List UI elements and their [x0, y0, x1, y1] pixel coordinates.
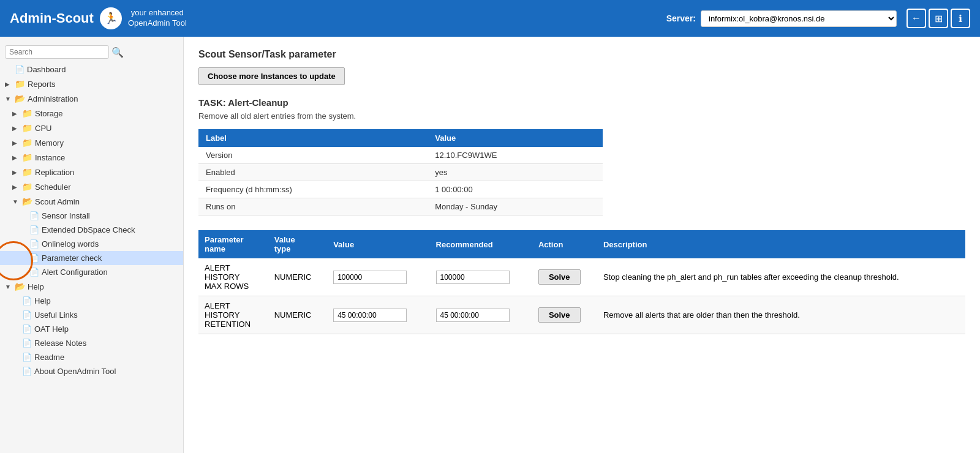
sidebar-item-label: Useful Links [34, 310, 78, 320]
search-button[interactable]: 🔍 [111, 47, 124, 58]
sidebar-item-storage[interactable]: ▶ 📁 Storage [0, 106, 183, 121]
sidebar-item-onlinelog-words[interactable]: 📄 Onlinelog words [0, 237, 183, 251]
sidebar-item-cpu[interactable]: ▶ 📁 CPU [0, 121, 183, 135]
sidebar-item-sensor-install[interactable]: 📄 Sensor Install [0, 209, 183, 223]
param-action-cell: Solve [532, 258, 597, 296]
arrow-spacer [20, 226, 27, 233]
param-description: Stop cleaning the ph_alert and ph_run ta… [597, 258, 965, 296]
page-title: Scout Sensor/Task parameter [198, 49, 965, 60]
folder-icon: 📂 [15, 94, 25, 103]
info-col-label: Label [198, 129, 428, 147]
sidebar-item-label: Storage [35, 109, 63, 118]
sidebar-item-extended-dbspace[interactable]: 📄 Extended DbSpace Check [0, 223, 183, 237]
sidebar-item-label: Extended DbSpace Check [42, 225, 135, 234]
main-content: Scout Sensor/Task parameter Choose more … [184, 37, 980, 453]
arrow-spacer [12, 368, 20, 375]
choose-instances-button[interactable]: Choose more Instances to update [198, 67, 345, 85]
table-row: ALERTHISTORYRETENTION NUMERIC Solve Remo… [198, 296, 965, 334]
sidebar-item-reports[interactable]: ▶ 📁 Reports [0, 77, 183, 91]
folder-icon: 📁 [22, 182, 32, 192]
back-button[interactable]: ← [907, 9, 926, 28]
solve-button[interactable]: Solve [538, 307, 581, 323]
param-col-recommended: Recommended [430, 230, 532, 258]
doc-icon: 📄 [22, 310, 32, 320]
sidebar-item-administration[interactable]: ▼ 📂 Administration [0, 91, 183, 106]
layout: 🔍 📄 Dashboard ▶ 📁 Reports ▼ 📂 Administra… [0, 37, 980, 453]
arrow-spacer [12, 340, 20, 346]
arrow-spacer [5, 66, 12, 73]
info-label: Enabled [198, 164, 428, 181]
sidebar-item-help[interactable]: 📄 Help [0, 294, 183, 308]
arrow-spacer [12, 298, 20, 304]
sidebar-item-instance[interactable]: ▶ 📁 Instance [0, 150, 183, 165]
sidebar-item-release-notes[interactable]: 📄 Release Notes [0, 336, 183, 350]
param-value-input[interactable] [333, 271, 407, 284]
arrow-spacer [20, 269, 27, 275]
arrow-spacer [12, 326, 20, 332]
sidebar-item-scout-admin[interactable]: ▼ 📂 Scout Admin [0, 194, 183, 209]
sidebar-item-help-group[interactable]: ▼ 📂 Help [0, 279, 183, 294]
sidebar-item-label: Help [34, 296, 51, 305]
sidebar-item-label: Sensor Install [42, 211, 90, 220]
sidebar-item-about[interactable]: 📄 About OpenAdmin Tool [0, 364, 183, 378]
table-row: ALERTHISTORYMAX ROWS NUMERIC Solve Stop … [198, 258, 965, 296]
arrow-icon: ▼ [5, 95, 12, 102]
folder-icon: 📂 [22, 197, 32, 206]
sidebar-item-label: Administration [28, 94, 78, 103]
logo-figure: 🏃 [100, 7, 122, 29]
param-col-type: Valuetype [268, 230, 327, 258]
screen-button[interactable]: ⊞ [929, 9, 948, 28]
arrow-icon: ▶ [12, 110, 20, 117]
doc-icon: 📄 [15, 65, 24, 74]
server-label: Server: [666, 13, 696, 23]
solve-button[interactable]: Solve [538, 269, 581, 285]
arrow-icon: ▶ [12, 154, 20, 161]
sidebar-item-scheduler[interactable]: ▶ 📁 Scheduler [0, 179, 183, 194]
param-recommended-input[interactable] [436, 271, 510, 284]
arrow-spacer [20, 255, 27, 261]
sidebar-item-alert-configuration[interactable]: 📄 Alert Configuration [0, 265, 183, 279]
sidebar-item-oat-help[interactable]: 📄 OAT Help [0, 322, 183, 336]
sidebar-item-label: Parameter check [42, 253, 102, 263]
sidebar-item-label: Scheduler [35, 182, 71, 192]
param-recommended-input[interactable] [436, 309, 510, 322]
param-col-description: Description [597, 230, 965, 258]
search-area: 🔍 [0, 42, 183, 62]
arrow-icon: ▶ [12, 125, 20, 132]
folder-icon: 📁 [22, 108, 32, 118]
server-select[interactable]: informix:ol_kobra@kronos.nsi.de [701, 10, 897, 27]
sidebar-item-replication[interactable]: ▶ 📁 Replication [0, 165, 183, 179]
sidebar-item-label: Scout Admin [35, 197, 80, 206]
param-recommended-cell [430, 296, 532, 334]
doc-icon: 📄 [29, 225, 39, 234]
info-value: 12.10.FC9W1WE [428, 147, 603, 164]
doc-icon: 📄 [29, 211, 39, 220]
arrow-icon: ▼ [12, 198, 20, 205]
info-label: Frequency (d hh:mm:ss) [198, 181, 428, 198]
table-row: Frequency (d hh:mm:ss) 1 00:00:00 [198, 181, 603, 198]
sidebar-item-parameter-check[interactable]: 📄 Parameter check [0, 251, 183, 265]
param-value-input[interactable] [333, 309, 407, 322]
table-row: Enabled yes [198, 164, 603, 181]
sidebar-item-label: Readme [34, 353, 64, 362]
folder-icon: 📁 [22, 167, 32, 177]
sidebar-item-readme[interactable]: 📄 Readme [0, 350, 183, 364]
folder-icon: 📂 [15, 282, 25, 291]
folder-icon: 📁 [22, 138, 32, 148]
param-type: NUMERIC [268, 296, 327, 334]
doc-icon: 📄 [29, 268, 39, 277]
search-input[interactable] [5, 45, 109, 59]
param-value-cell [327, 258, 429, 296]
sidebar-item-useful-links[interactable]: 📄 Useful Links [0, 308, 183, 322]
param-recommended-cell [430, 258, 532, 296]
doc-icon: 📄 [22, 296, 32, 305]
doc-icon: 📄 [29, 239, 39, 249]
sidebar-item-label: Replication [35, 168, 74, 177]
sidebar-item-label: Help [28, 282, 44, 291]
sidebar-item-dashboard[interactable]: 📄 Dashboard [0, 62, 183, 77]
folder-icon: 📁 [22, 123, 32, 133]
arrow-icon: ▶ [12, 184, 20, 190]
info-button[interactable]: ℹ [951, 9, 970, 28]
param-name: ALERTHISTORYMAX ROWS [198, 258, 268, 296]
sidebar-item-memory[interactable]: ▶ 📁 Memory [0, 135, 183, 150]
